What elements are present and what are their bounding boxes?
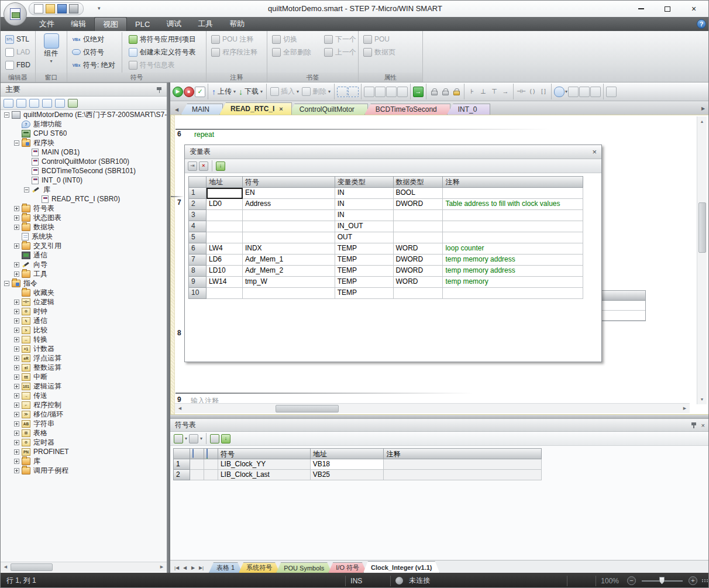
insert-wire-right-icon[interactable]: → — [500, 87, 511, 97]
tree-expander-icon[interactable] — [24, 150, 29, 155]
symbol-cell[interactable]: Address — [243, 199, 335, 210]
tree-item[interactable]: ≫ 移位/循环 — [1, 410, 167, 419]
tree-item[interactable]: ±R 浮点运算 — [1, 353, 167, 363]
apply-symbols-to-project-button[interactable]: 将符号应用到项目 — [126, 33, 198, 46]
symbol-cell[interactable]: Adr_Mem_2 — [243, 266, 335, 277]
symbolic-absolute-button[interactable]: VBx符号: 绝对 — [70, 59, 118, 71]
tree-expander-icon[interactable] — [14, 253, 19, 258]
force-all-icon[interactable] — [451, 87, 462, 97]
tree-item[interactable]: 通信 — [1, 250, 167, 260]
maximize-button[interactable] — [659, 4, 676, 13]
vartype-cell[interactable]: TEMP — [335, 266, 394, 277]
tree-expander-icon[interactable] — [14, 131, 19, 136]
insert-branch-down-icon[interactable]: ⊥ — [478, 87, 488, 97]
previous-bookmark-icon[interactable] — [375, 87, 386, 97]
vartype-cell[interactable]: TEMP — [335, 288, 394, 299]
sheet-tab[interactable]: 表格 1 — [209, 562, 242, 573]
tree-item[interactable]: 程序块 — [1, 138, 167, 147]
row-number[interactable]: 2 — [189, 199, 206, 210]
print-icon[interactable] — [69, 4, 78, 13]
scroll-left-icon[interactable]: ◀ — [1, 562, 11, 572]
tree-expander-icon[interactable] — [14, 412, 19, 417]
tab-close-icon[interactable]: × — [279, 105, 283, 112]
address-cell[interactable]: LW14 — [206, 277, 243, 288]
tree-item[interactable]: ⊙ 定时器 — [1, 438, 167, 447]
comment-cell[interactable] — [443, 288, 583, 299]
address-cell[interactable]: LD0 — [206, 199, 243, 210]
insert-row-icon[interactable]: ⇥ — [188, 161, 197, 171]
tree-item[interactable]: READ_RTC_I (SBR0) — [1, 194, 167, 204]
tree-item[interactable]: 库 — [1, 456, 167, 466]
tree-expander-icon[interactable] — [14, 290, 19, 295]
tree-item[interactable]: → 传送 — [1, 391, 167, 400]
tree-expander-icon[interactable] — [14, 468, 19, 473]
pin-icon[interactable] — [691, 422, 697, 428]
tree-expander-icon[interactable] — [14, 393, 19, 398]
comment-cell[interactable] — [384, 459, 542, 470]
bookmark-toggle-button[interactable]: 切换 — [270, 33, 314, 46]
tree-expander-icon[interactable] — [14, 459, 19, 464]
menu-item[interactable]: 工具 — [190, 17, 221, 31]
editor-tab[interactable]: READ_RTC_I× — [219, 102, 292, 115]
tree-item[interactable]: 库 — [1, 185, 167, 194]
sheet-tab[interactable]: POU Symbols — [276, 562, 332, 573]
column-header-comment[interactable]: 注释 — [443, 177, 583, 188]
insert-wire-up-icon[interactable]: ⊤ — [489, 87, 500, 97]
symbol-cell[interactable] — [243, 232, 335, 243]
datatype-cell[interactable]: DWORD — [394, 255, 443, 266]
stop-button[interactable]: ■ — [184, 87, 194, 97]
symbol-cell[interactable]: INDX — [243, 243, 335, 255]
symbol-cell[interactable]: tmp_W — [243, 277, 335, 288]
absolute-only-button[interactable]: VBx仅绝对 — [70, 33, 118, 46]
datatype-cell[interactable]: WORD — [394, 277, 443, 288]
symbolic-only-button[interactable]: 仅符号 — [70, 46, 118, 59]
tree-item[interactable]: 符号表 — [1, 204, 167, 213]
address-cell[interactable] — [206, 232, 243, 243]
pou-properties-button[interactable]: POU — [361, 33, 420, 46]
comment-cell[interactable] — [384, 470, 542, 480]
next-bookmark-icon[interactable] — [386, 87, 397, 97]
tree-item[interactable]: 101 逻辑运算 — [1, 381, 167, 391]
tree-expander-icon[interactable] — [34, 197, 39, 202]
tree-item[interactable]: quiltMotorDemo (E:\西门子S7-200SMART\S7-200 — [1, 110, 167, 119]
symbol-cell[interactable] — [243, 288, 335, 299]
next-tab-icon[interactable]: ▶ — [189, 562, 197, 573]
scrollbar-thumb[interactable] — [11, 563, 53, 571]
editor-vertical-scrollbar[interactable]: ▲ ▼ — [697, 116, 707, 404]
qat-customize-icon[interactable]: ▾ — [98, 5, 101, 11]
network-comment[interactable]: repeat — [194, 130, 214, 139]
open-file-icon[interactable] — [46, 4, 55, 13]
comment-cell[interactable] — [443, 221, 583, 232]
tree-item[interactable]: 系统块 — [1, 232, 167, 241]
row-number[interactable]: 1 — [189, 188, 206, 199]
row-number[interactable]: 8 — [189, 266, 206, 277]
first-tab-icon[interactable]: |◀ — [173, 562, 181, 573]
tree-expander-icon[interactable] — [24, 159, 29, 164]
network-comment-toggle-icon[interactable] — [590, 87, 601, 97]
tree-expander-icon[interactable] — [14, 215, 19, 221]
symbol-info-table-button[interactable]: 符号信息表 — [126, 59, 198, 71]
vartype-cell[interactable]: IN_OUT — [335, 221, 394, 232]
scroll-left-icon[interactable]: ◀ — [175, 404, 185, 414]
address-cell[interactable] — [206, 221, 243, 232]
symbol-cell[interactable]: LIB_Clock_YY — [218, 459, 311, 470]
comment-cell[interactable] — [443, 232, 583, 243]
symbol-cell[interactable] — [243, 210, 335, 221]
symbol-cell[interactable]: Adr_Mem_1 — [243, 255, 335, 266]
column-header-address[interactable]: 地址 — [311, 449, 384, 459]
app-menu-button[interactable] — [4, 2, 27, 26]
run-button[interactable]: ▶ — [173, 87, 183, 97]
scroll-up-icon[interactable]: ▲ — [697, 116, 707, 126]
new-file-icon[interactable] — [34, 4, 43, 13]
comment-cell[interactable]: Table address to fill with clock values — [443, 199, 583, 210]
address-cell[interactable]: LD10 — [206, 266, 243, 277]
tree-item[interactable]: CPU ST60 — [1, 129, 167, 138]
insert-branch-icon[interactable]: ⊦ — [467, 87, 477, 97]
help-icon[interactable]: ? — [697, 19, 706, 29]
bookmark-previous-button[interactable]: 上一个 — [322, 46, 359, 59]
tree-expander-icon[interactable] — [14, 318, 19, 324]
save-icon[interactable] — [57, 4, 67, 13]
tree-expander-icon[interactable] — [4, 112, 9, 118]
tab-scroll-right-icon[interactable]: ▶ — [699, 103, 707, 114]
menu-item[interactable]: 编辑 — [63, 17, 94, 31]
